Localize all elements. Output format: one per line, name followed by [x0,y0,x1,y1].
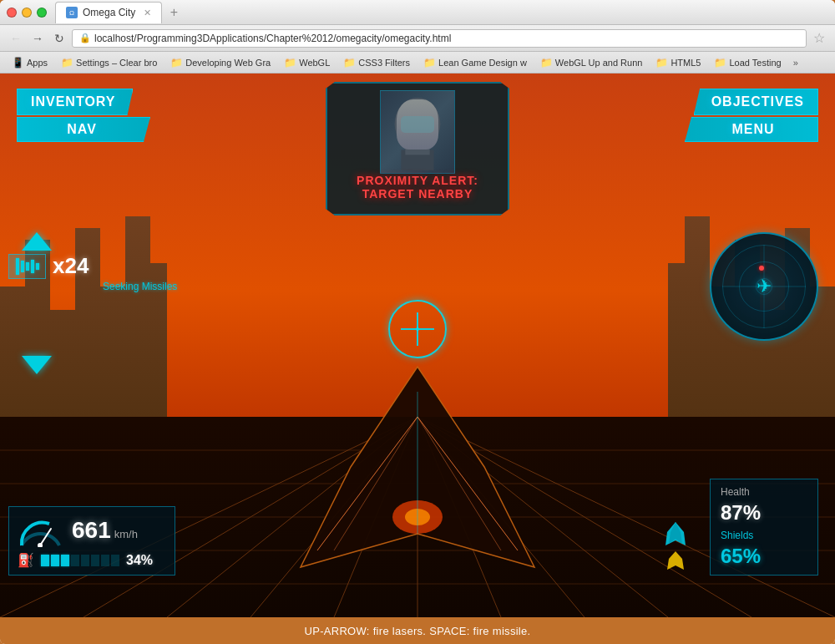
tab-close-button[interactable]: ✕ [144,8,151,18]
menu-button[interactable]: MENU [685,117,818,142]
speedometer [18,514,63,547]
crosshair-center [416,327,419,331]
browser-window: Ω Omega City ✕ + ← → ↻ 🔒 localhost/Progr… [0,0,835,644]
radar-panel: ✈ [710,232,818,341]
address-bar[interactable]: 🔒 localhost/Programming3DApplications/Ch… [72,29,807,48]
bookmark-css3-label: CSS3 Filters [358,58,410,68]
radar-enemy-blip [759,266,764,271]
css3-folder-icon: 📁 [343,57,356,68]
fuel-seg-3 [61,555,69,566]
weapon-bar-4 [31,260,34,273]
weapon-bars [16,258,39,275]
weapon-panel: x24 Seeking Missiles [8,253,89,279]
fuel-seg-2 [51,555,59,566]
window-controls [7,8,47,18]
webglrun-folder-icon: 📁 [540,57,553,68]
bookmark-load[interactable]: 📁 Load Testing [709,55,786,70]
nav-button[interactable]: NAV [17,117,150,142]
bookmark-webgl-label: WebGL [299,58,330,68]
svg-point-24 [395,98,441,150]
status-text: UP-ARROW: fire lasers. SPACE: fire missi… [304,625,530,637]
bookmark-html5-label: HTML5 [671,58,701,68]
settings-folder-icon: 📁 [61,57,73,68]
svg-rect-26 [403,114,431,130]
speed-unit: km/h [114,528,138,540]
nav-bar: ← → ↻ 🔒 localhost/Programming3DApplicati… [0,25,835,52]
weapon-name: Seeking Missiles [103,281,177,292]
weapon-icon [8,254,46,279]
close-button[interactable] [7,8,17,18]
more-bookmarks-button[interactable]: » [790,56,802,69]
speed-panel: 661 km/h ⛽ 34% [8,506,175,576]
fuel-row: ⛽ 34% [18,552,166,568]
character-face [381,91,454,173]
status-bar: UP-ARROW: fire lasers. SPACE: fire missi… [0,617,835,644]
buildings-left [0,216,167,450]
fuel-bar [41,555,119,566]
health-row: Health [721,486,807,498]
health-value: 87% [721,501,761,524]
weapon-bar-2 [21,261,24,272]
svg-point-25 [399,108,435,137]
maximize-button[interactable] [37,8,47,18]
fuel-seg-1 [41,555,49,566]
bookmark-settings-label: Settings – Clear bro [76,58,157,68]
bookmark-webglrun-label: WebGL Up and Runn [555,58,643,68]
fuel-percent: 34% [126,553,153,568]
tab-label: Omega City [83,7,135,18]
bookmark-load-label: Load Testing [729,58,781,68]
reload-button[interactable]: ↻ [50,29,68,48]
minimize-button[interactable] [22,8,32,18]
fuel-seg-4 [71,555,79,566]
bookmark-css3[interactable]: 📁 CSS3 Filters [338,55,415,70]
radar-player-icon: ✈ [757,276,772,297]
alert-line1: PROXIMITY ALERT: [317,174,518,187]
fuel-seg-7 [101,555,109,566]
game-viewport[interactable]: INVENTORY NAV OBJECTIVES MENU [0,74,835,617]
fuel-seg-5 [81,555,89,566]
html5-folder-icon: 📁 [655,57,668,68]
alert-line2: TARGET NEARBY [317,187,518,200]
crosshair [388,300,447,358]
weapon-bar-3 [26,262,29,271]
bookmark-lean-game[interactable]: 📁 Lean Game Design w [418,55,532,70]
shields-row: Shields [721,530,807,541]
ship-cockpit [250,350,584,584]
scroll-down-button[interactable] [22,356,52,374]
browser-tab[interactable]: Ω Omega City ✕ [55,2,162,23]
fuel-seg-6 [91,555,99,566]
ship-icon-bottom [665,550,686,571]
alert-text-area: PROXIMITY ALERT: TARGET NEARBY [317,174,518,200]
bookmark-settings[interactable]: 📁 Settings – Clear bro [56,55,162,70]
svg-rect-28 [405,147,429,155]
bookmark-apps-label: Apps [27,58,48,68]
inventory-button[interactable]: INVENTORY [17,89,133,115]
objectives-button[interactable]: OBJECTIVES [694,89,818,115]
bookmark-apps[interactable]: 📱 Apps [7,55,53,70]
svg-marker-32 [669,522,682,544]
developing-folder-icon: 📁 [170,57,183,68]
new-tab-button[interactable]: + [165,4,182,21]
ship-icon-top [662,520,689,547]
weapon-bar-5 [36,263,39,270]
weapon-count: x24 [53,253,89,278]
scroll-up-button[interactable] [22,232,52,251]
back-button[interactable]: ← [7,29,25,48]
bookmark-lean-label: Lean Game Design w [438,58,527,68]
apps-folder-icon: 📱 [12,57,24,68]
fuel-icon: ⛽ [18,552,34,568]
shields-value: 65% [721,545,761,567]
bookmark-button[interactable]: ☆ [810,29,828,48]
bookmark-webgl[interactable]: 📁 WebGL [279,55,335,70]
svg-marker-33 [667,551,684,570]
forward-button[interactable]: → [28,29,47,48]
bookmark-developing-web[interactable]: 📁 Developing Web Gra [165,55,276,70]
url-text: localhost/Programming3DApplications/Chap… [94,33,451,44]
load-folder-icon: 📁 [714,57,726,68]
bookmark-webgl-run[interactable]: 📁 WebGL Up and Runn [535,55,648,70]
character-portrait [380,90,455,174]
ship-status-icon [662,520,689,571]
tab-favicon: Ω [66,7,78,18]
fuel-seg-8 [111,555,119,566]
bookmark-html5[interactable]: 📁 HTML5 [650,55,706,70]
